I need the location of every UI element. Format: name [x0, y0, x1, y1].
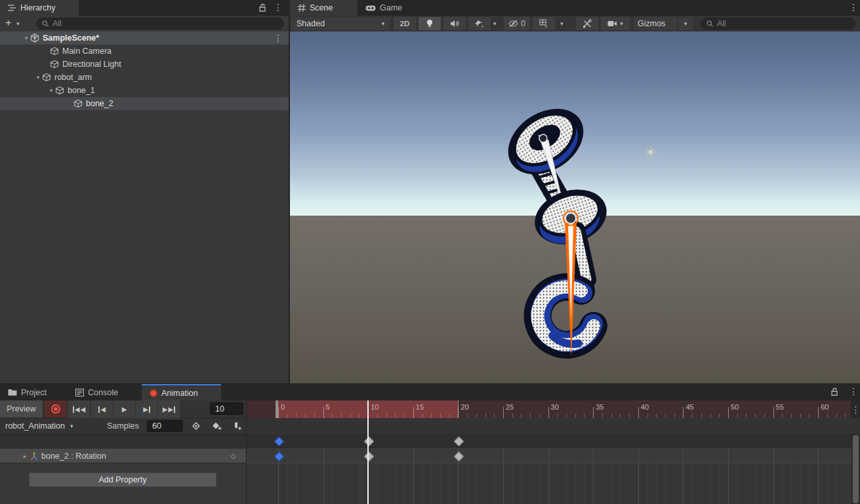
- hierarchy-item-bone-2[interactable]: bone_2: [0, 97, 289, 110]
- scene-menu-icon[interactable]: ⋮: [274, 33, 283, 43]
- samples-field[interactable]: 60: [147, 420, 183, 432]
- add-property-button[interactable]: Add Property: [29, 473, 216, 487]
- tab-scene[interactable]: Scene: [290, 0, 358, 16]
- speaker-icon: [450, 20, 459, 28]
- keyframe-bone_2-rotation-f10[interactable]: [363, 451, 374, 461]
- effects-star-icon: [475, 20, 484, 28]
- tools-wrench-icon: [583, 19, 592, 28]
- hierarchy-tabbar: Hierarchy ⋮: [0, 0, 289, 16]
- gizmos-label: Gizmos: [638, 19, 665, 28]
- gizmos-caret-icon: ▾: [684, 21, 687, 27]
- toggle-2d-button[interactable]: 2D: [394, 17, 416, 30]
- foldout-arrow-icon[interactable]: ▾: [34, 74, 42, 81]
- audio-toggle-button[interactable]: [443, 17, 466, 30]
- draw-mode-label: Shaded: [297, 19, 325, 28]
- effects-toggle-button[interactable]: [468, 17, 491, 30]
- add-property-label: Add Property: [99, 475, 147, 484]
- search-icon: [42, 20, 49, 28]
- hierarchy-panel: Hierarchy ⋮ + ▾ All ▾ SampleScene*: [0, 0, 289, 383]
- preview-toggle-button[interactable]: Preview: [0, 400, 43, 417]
- tab-animation-label: Animation: [161, 389, 198, 398]
- light-bulb-icon: [426, 19, 434, 28]
- animation-panel-menu-icon[interactable]: ⋮: [849, 387, 857, 396]
- gameobject-cube-icon: [50, 60, 59, 69]
- effects-caret-icon[interactable]: ▾: [493, 21, 497, 27]
- hierarchy-menu-icon[interactable]: ⋮: [274, 3, 281, 12]
- hierarchy-item-bone-1[interactable]: ▾ bone_1: [0, 84, 289, 97]
- keyframe-dopesheet-summary-f20[interactable]: [454, 436, 464, 446]
- hierarchy-item-directional-light[interactable]: Directional Light: [0, 58, 289, 71]
- robot-arm-model[interactable]: [487, 97, 697, 383]
- create-object-button[interactable]: +: [5, 17, 11, 29]
- foldout-arrow-icon[interactable]: ▾: [22, 35, 30, 41]
- transform-axes-icon: [30, 452, 38, 460]
- current-frame-field[interactable]: 10: [210, 402, 243, 415]
- track-key-indicator-icon[interactable]: ◇: [231, 452, 236, 459]
- scene-panel-menu-icon[interactable]: ⋮: [849, 3, 857, 12]
- gizmos-caret-button[interactable]: ▾: [678, 17, 693, 30]
- search-icon: [706, 20, 714, 28]
- bottom-tabbar: Project Console Animation ⋮: [0, 384, 860, 400]
- summary-row-left: [0, 435, 246, 448]
- keyframe-bone_2-rotation-f0[interactable]: [274, 451, 284, 461]
- gamepad-icon: [365, 5, 376, 12]
- scene-viewport[interactable]: [290, 31, 860, 383]
- playhead[interactable]: [367, 400, 369, 504]
- keyframe-dopesheet-summary-f0[interactable]: [274, 436, 284, 446]
- tab-project[interactable]: Project: [0, 384, 68, 400]
- play-button[interactable]: ▶: [113, 400, 136, 418]
- create-object-caret-icon[interactable]: ▾: [16, 21, 20, 27]
- track-row-bone2-rotation[interactable]: ▸ bone_2 : Rotation ◇: [0, 449, 246, 463]
- chevron-down-icon: ▾: [381, 21, 384, 27]
- hierarchy-item-samplescene[interactable]: ▾ SampleScene* ⋮: [0, 31, 289, 45]
- gizmos-dropdown[interactable]: Gizmos: [634, 17, 677, 30]
- keyframe-dot-icon: [192, 421, 201, 431]
- hidden-count-label: 0: [521, 19, 525, 28]
- go-to-end-button[interactable]: ▶▶: [158, 400, 180, 418]
- folder-icon: [8, 389, 17, 396]
- preview-label: Preview: [7, 404, 35, 414]
- hierarchy-search-input[interactable]: All: [36, 18, 284, 29]
- keyframe-at-playhead-button[interactable]: [188, 419, 205, 433]
- draw-mode-dropdown[interactable]: Shaded ▾: [291, 17, 390, 30]
- hierarchy-item-robot-arm[interactable]: ▾ robot_arm: [0, 71, 289, 84]
- record-button[interactable]: [45, 400, 66, 417]
- lighting-toggle-button[interactable]: [419, 17, 441, 30]
- timeline-vertical-scrollbar[interactable]: [851, 434, 860, 504]
- next-key-button[interactable]: ▶: [136, 400, 158, 418]
- previous-key-button[interactable]: ◀: [91, 400, 113, 418]
- tab-animation[interactable]: Animation: [142, 384, 221, 400]
- tab-console[interactable]: Console: [68, 384, 142, 400]
- tab-hierarchy[interactable]: Hierarchy: [0, 0, 79, 16]
- video-camera-icon: [607, 20, 617, 27]
- keyframe-dopesheet-summary-f10[interactable]: [363, 436, 374, 446]
- add-event-button[interactable]: [230, 419, 245, 433]
- scrollbar-thumb[interactable]: [853, 435, 859, 503]
- lock-icon[interactable]: [830, 387, 838, 397]
- samples-label: Samples: [107, 421, 139, 431]
- clip-caret-icon: ▾: [70, 423, 73, 429]
- tab-scene-label: Scene: [310, 3, 333, 12]
- 2d-label: 2D: [400, 20, 410, 28]
- clip-dropdown[interactable]: robot_Animation ▾: [5, 418, 73, 434]
- add-keyframe-button[interactable]: [209, 419, 226, 433]
- hidden-objects-button[interactable]: 0: [504, 17, 530, 30]
- component-tools-button[interactable]: [576, 17, 598, 30]
- eye-off-icon: [508, 20, 518, 28]
- foldout-arrow-icon[interactable]: ▾: [47, 87, 55, 94]
- go-to-start-button[interactable]: ◀◀: [68, 400, 91, 418]
- grid-visibility-button[interactable]: Y: [533, 17, 555, 30]
- item-label: Directional Light: [62, 60, 121, 69]
- scene-search-input[interactable]: All: [701, 18, 855, 29]
- scene-camera-button[interactable]: ▾: [601, 17, 630, 30]
- keyframe-bone_2-rotation-f20[interactable]: [454, 451, 464, 461]
- lock-icon[interactable]: [258, 3, 266, 12]
- scene-tabbar: Scene Game ⋮: [290, 0, 860, 16]
- item-label: robot_arm: [54, 73, 92, 82]
- grid-caret-icon[interactable]: ▾: [560, 21, 563, 27]
- foldout-arrow-icon[interactable]: ▸: [21, 453, 29, 459]
- tab-project-label: Project: [21, 388, 47, 397]
- hierarchy-item-main-camera[interactable]: Main Camera: [0, 45, 289, 58]
- tab-game[interactable]: Game: [358, 0, 423, 16]
- unity-editor-window: Hierarchy ⋮ + ▾ All ▾ SampleScene*: [0, 0, 860, 504]
